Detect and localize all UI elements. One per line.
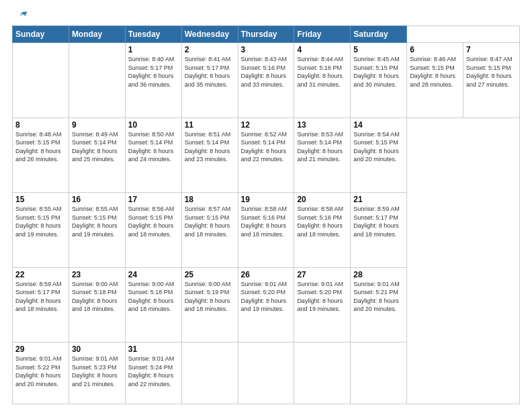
day-info: Sunrise: 8:58 AMSunset: 5:16 PMDaylight:…: [241, 205, 292, 238]
table-row: 10Sunrise: 8:50 AMSunset: 5:14 PMDayligh…: [125, 118, 181, 193]
table-row: 30Sunrise: 9:01 AMSunset: 5:23 PMDayligh…: [69, 342, 125, 404]
table-row: 14Sunrise: 8:54 AMSunset: 5:15 PMDayligh…: [351, 118, 407, 193]
table-row: 31Sunrise: 9:01 AMSunset: 5:24 PMDayligh…: [125, 342, 181, 404]
day-info: Sunrise: 8:52 AMSunset: 5:14 PMDaylight:…: [241, 130, 292, 164]
logo: [12, 11, 29, 20]
day-number: 31: [128, 345, 179, 354]
day-info: Sunrise: 8:55 AMSunset: 5:15 PMDaylight:…: [15, 205, 66, 238]
table-row: [238, 342, 294, 404]
day-info: Sunrise: 9:01 AMSunset: 5:22 PMDaylight:…: [15, 355, 66, 388]
day-number: 27: [297, 270, 347, 279]
day-info: Sunrise: 8:46 AMSunset: 5:15 PMDaylight:…: [410, 55, 460, 89]
table-row: 21Sunrise: 8:59 AMSunset: 5:17 PMDayligh…: [351, 193, 407, 268]
day-info: Sunrise: 8:40 AMSunset: 5:17 PMDaylight:…: [128, 55, 179, 89]
day-info: Sunrise: 8:41 AMSunset: 5:17 PMDaylight:…: [185, 55, 235, 89]
table-row: 22Sunrise: 8:59 AMSunset: 5:17 PMDayligh…: [13, 267, 69, 342]
table-row: 9Sunrise: 8:49 AMSunset: 5:14 PMDaylight…: [69, 118, 125, 193]
day-number: 3: [241, 45, 292, 54]
day-number: 7: [466, 45, 517, 54]
logo-bird-icon: [14, 11, 29, 23]
table-row: 24Sunrise: 9:00 AMSunset: 5:18 PMDayligh…: [125, 267, 181, 342]
day-number: 20: [297, 195, 347, 204]
table-row: 13Sunrise: 8:53 AMSunset: 5:14 PMDayligh…: [294, 118, 351, 193]
day-number: 1: [128, 45, 179, 54]
table-row: 12Sunrise: 8:52 AMSunset: 5:14 PMDayligh…: [238, 118, 294, 193]
day-number: 26: [241, 270, 292, 279]
day-number: 29: [15, 345, 66, 354]
day-info: Sunrise: 9:01 AMSunset: 5:21 PMDaylight:…: [353, 280, 404, 314]
day-number: 21: [353, 195, 404, 204]
day-number: 16: [72, 195, 122, 204]
day-header-friday: Friday: [294, 26, 351, 43]
day-number: 18: [185, 195, 235, 204]
table-row: 25Sunrise: 9:00 AMSunset: 5:19 PMDayligh…: [181, 267, 238, 342]
table-row: 17Sunrise: 8:56 AMSunset: 5:15 PMDayligh…: [125, 193, 181, 268]
day-number: 17: [128, 195, 179, 204]
day-header-thursday: Thursday: [238, 26, 294, 43]
table-row: 5Sunrise: 8:45 AMSunset: 5:15 PMDaylight…: [351, 43, 407, 118]
day-number: 28: [353, 270, 404, 279]
day-info: Sunrise: 8:45 AMSunset: 5:15 PMDaylight:…: [353, 55, 404, 89]
empty-cell: [69, 43, 125, 118]
day-number: 4: [297, 45, 347, 54]
table-row: 27Sunrise: 9:01 AMSunset: 5:20 PMDayligh…: [294, 267, 351, 342]
table-row: 16Sunrise: 8:55 AMSunset: 5:15 PMDayligh…: [69, 193, 125, 268]
day-number: 5: [353, 45, 404, 54]
day-info: Sunrise: 9:01 AMSunset: 5:20 PMDaylight:…: [241, 280, 292, 314]
day-number: 25: [185, 270, 235, 279]
day-number: 23: [72, 270, 122, 279]
day-number: 12: [241, 120, 292, 130]
day-number: 2: [185, 45, 235, 54]
day-number: 14: [353, 120, 404, 130]
table-row: [181, 342, 238, 404]
table-row: 29Sunrise: 9:01 AMSunset: 5:22 PMDayligh…: [13, 342, 69, 404]
table-row: [294, 342, 351, 404]
day-number: 24: [128, 270, 179, 279]
table-row: 19Sunrise: 8:58 AMSunset: 5:16 PMDayligh…: [238, 193, 294, 268]
table-row: 18Sunrise: 8:57 AMSunset: 5:15 PMDayligh…: [181, 193, 238, 268]
header: [12, 11, 520, 20]
day-number: 10: [128, 120, 179, 130]
day-info: Sunrise: 8:53 AMSunset: 5:14 PMDaylight:…: [297, 130, 347, 164]
empty-cell: [13, 43, 69, 118]
day-info: Sunrise: 8:54 AMSunset: 5:15 PMDaylight:…: [353, 130, 404, 164]
day-number: 15: [15, 195, 66, 204]
table-row: 4Sunrise: 8:44 AMSunset: 5:16 PMDaylight…: [294, 43, 351, 118]
day-info: Sunrise: 8:49 AMSunset: 5:14 PMDaylight:…: [72, 130, 122, 164]
table-row: 28Sunrise: 9:01 AMSunset: 5:21 PMDayligh…: [351, 267, 407, 342]
day-header-saturday: Saturday: [351, 26, 407, 43]
day-info: Sunrise: 8:58 AMSunset: 5:16 PMDaylight:…: [297, 205, 347, 238]
table-row: 2Sunrise: 8:41 AMSunset: 5:17 PMDaylight…: [181, 43, 238, 118]
table-row: 15Sunrise: 8:55 AMSunset: 5:15 PMDayligh…: [13, 193, 69, 268]
day-info: Sunrise: 8:48 AMSunset: 5:15 PMDaylight:…: [15, 130, 66, 164]
table-row: 7Sunrise: 8:47 AMSunset: 5:15 PMDaylight…: [463, 43, 520, 118]
day-info: Sunrise: 8:44 AMSunset: 5:16 PMDaylight:…: [297, 55, 347, 89]
table-row: [351, 342, 407, 404]
day-number: 8: [15, 120, 66, 130]
day-header-monday: Monday: [69, 26, 125, 43]
day-info: Sunrise: 9:01 AMSunset: 5:23 PMDaylight:…: [72, 355, 122, 388]
day-info: Sunrise: 8:56 AMSunset: 5:15 PMDaylight:…: [128, 205, 179, 238]
day-info: Sunrise: 9:00 AMSunset: 5:18 PMDaylight:…: [128, 280, 179, 314]
day-info: Sunrise: 8:51 AMSunset: 5:14 PMDaylight:…: [185, 130, 235, 164]
day-info: Sunrise: 9:01 AMSunset: 5:24 PMDaylight:…: [128, 355, 179, 388]
table-row: 20Sunrise: 8:58 AMSunset: 5:16 PMDayligh…: [294, 193, 351, 268]
page: SundayMondayTuesdayWednesdayThursdayFrid…: [0, 0, 532, 411]
table-row: 11Sunrise: 8:51 AMSunset: 5:14 PMDayligh…: [181, 118, 238, 193]
day-number: 6: [410, 45, 460, 54]
day-number: 11: [185, 120, 235, 130]
calendar-table: SundayMondayTuesdayWednesdayThursdayFrid…: [12, 26, 520, 404]
day-number: 9: [72, 120, 122, 130]
day-info: Sunrise: 9:00 AMSunset: 5:18 PMDaylight:…: [72, 280, 122, 314]
day-header-tuesday: Tuesday: [125, 26, 181, 43]
day-number: 13: [297, 120, 347, 130]
table-row: 26Sunrise: 9:01 AMSunset: 5:20 PMDayligh…: [238, 267, 294, 342]
table-row: 8Sunrise: 8:48 AMSunset: 5:15 PMDaylight…: [13, 118, 69, 193]
table-row: 1Sunrise: 8:40 AMSunset: 5:17 PMDaylight…: [125, 43, 181, 118]
table-row: 6Sunrise: 8:46 AMSunset: 5:15 PMDaylight…: [407, 43, 463, 118]
day-number: 19: [241, 195, 292, 204]
day-info: Sunrise: 8:50 AMSunset: 5:14 PMDaylight:…: [128, 130, 179, 164]
day-info: Sunrise: 9:01 AMSunset: 5:20 PMDaylight:…: [297, 280, 347, 314]
day-header-wednesday: Wednesday: [181, 26, 238, 43]
day-info: Sunrise: 8:47 AMSunset: 5:15 PMDaylight:…: [466, 55, 517, 89]
